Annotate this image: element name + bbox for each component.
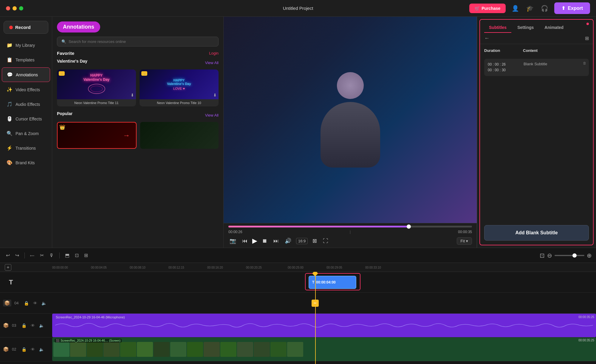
tracks-container: T T 00:00:04:00 📦 04 🔒 bbox=[0, 272, 596, 364]
download-icon-1[interactable]: ⬇ bbox=[131, 93, 134, 97]
main-area: Record 📁 My Library 📋 Templates 💬 Annota… bbox=[0, 17, 596, 248]
screenshot-btn[interactable]: 📷 bbox=[228, 236, 237, 245]
video-thumb-13 bbox=[254, 342, 270, 357]
sidebar-item-my-library[interactable]: 📁 My Library bbox=[2, 38, 50, 52]
export-button[interactable]: ⬆ Export bbox=[554, 2, 590, 14]
ruler-mark-0: 00:00:00:00 bbox=[52, 266, 68, 269]
popular-view-all[interactable]: View All bbox=[205, 113, 219, 117]
skip-fwd-btn[interactable]: ⏭ bbox=[272, 237, 280, 245]
video-thumb-6 bbox=[137, 342, 153, 357]
timeline-ruler: + 00:00:00:00 00:00:04:05 00:00:08:10 00… bbox=[0, 263, 596, 272]
popular-card-1[interactable]: 👑 → bbox=[57, 122, 137, 149]
sidebar-item-audio-effects[interactable]: 🎵 Audio Effects bbox=[2, 97, 50, 111]
crop-btn[interactable]: ⛶ bbox=[322, 237, 329, 245]
track-02-lock[interactable]: 🔒 bbox=[21, 346, 27, 352]
text-track: T T 00:00:04:00 bbox=[0, 272, 596, 293]
annotations-panel: Annotations 🔍 Favorite Login Valentine's… bbox=[52, 17, 224, 248]
tab-subtitles[interactable]: Subtitles bbox=[484, 23, 511, 33]
zoom-in-btn[interactable]: ⊕ bbox=[587, 252, 592, 259]
split-btn[interactable]: ⟝ bbox=[28, 252, 36, 259]
maximize-window-btn[interactable] bbox=[19, 6, 23, 10]
zoom-fit-btn[interactable]: ⊡ bbox=[540, 252, 545, 259]
track-03-end-time: 00:00:35:25 bbox=[578, 315, 594, 319]
search-icon: 🔍 bbox=[61, 39, 66, 44]
ruler-mark-5: 00:00:20:25 bbox=[246, 266, 262, 269]
track-03-mute[interactable]: 🔈 bbox=[38, 323, 45, 329]
track-02-visible[interactable]: 👁 bbox=[30, 346, 35, 352]
track-02-mute[interactable]: 🔈 bbox=[38, 346, 45, 352]
back-button[interactable]: ← bbox=[484, 35, 490, 41]
mic-btn[interactable]: 🎙 bbox=[47, 252, 56, 259]
sidebar-item-pan-zoom[interactable]: 🔍 Pan & Zoom bbox=[2, 126, 50, 140]
cut-tool[interactable]: ✂ bbox=[312, 300, 319, 307]
popular-card-2[interactable] bbox=[140, 122, 219, 149]
zoom-out-btn[interactable]: ⊖ bbox=[547, 252, 552, 259]
track-02-content: ⬛ ScreenRec_2024-10-29 16-04-46.... (Scr… bbox=[52, 337, 596, 361]
help-icon[interactable]: 🎧 bbox=[540, 4, 549, 13]
volume-btn[interactable]: 🔊 bbox=[284, 236, 292, 245]
progress-bar[interactable] bbox=[228, 226, 472, 227]
progress-fill bbox=[228, 226, 409, 227]
track-02: 📦 02 🔒 👁 🔈 bbox=[0, 337, 596, 361]
insert-media-btn[interactable]: ⬒ bbox=[63, 251, 71, 259]
track-03-lock[interactable]: 🔒 bbox=[21, 323, 27, 329]
track-03-visible[interactable]: 👁 bbox=[30, 323, 35, 329]
sidebar-item-cursor-effects[interactable]: 🖱️ Cursor Effects bbox=[2, 112, 50, 126]
sidebar-item-transitions[interactable]: ⚡ Transitions bbox=[2, 141, 50, 155]
add-track-btn[interactable]: + bbox=[5, 264, 11, 271]
login-link[interactable]: Login bbox=[209, 51, 219, 55]
progress-thumb[interactable] bbox=[407, 224, 411, 229]
card-neon-valentine-11[interactable]: 👑 HAPPYValentine's Day ⬇ Neon Valentine … bbox=[57, 69, 136, 106]
fit-dropdown[interactable]: Fit ▾ bbox=[457, 237, 472, 245]
subtitles-btn[interactable]: ⊠ bbox=[311, 236, 318, 245]
undo-btn[interactable]: ↩ bbox=[4, 251, 12, 259]
download-icon-2[interactable]: ⬇ bbox=[213, 93, 217, 97]
arrange-btn[interactable]: ⊞ bbox=[82, 251, 90, 259]
cut-btn[interactable]: ✂ bbox=[38, 251, 46, 259]
sidebar-item-video-effects[interactable]: ✨ Video Effects bbox=[2, 83, 50, 97]
video-track-label: ⬛ ScreenRec_2024-10-29 16-04-46.... (Scr… bbox=[55, 339, 122, 343]
sidebar-item-annotations[interactable]: 💬 Annotations bbox=[2, 67, 50, 82]
ruler-mark-1: 00:00:04:05 bbox=[91, 266, 107, 269]
add-blank-subtitle-button[interactable]: Add Blank Subtitle bbox=[484, 225, 589, 241]
track-03-icon: 📦 bbox=[3, 323, 9, 328]
search-bar[interactable]: 🔍 bbox=[57, 37, 219, 47]
search-input[interactable] bbox=[69, 39, 214, 44]
stop-btn[interactable]: ⏹ bbox=[261, 237, 269, 245]
track-03-content: ScreenRec_2024-10-29 16-04-46 (Microphon… bbox=[52, 314, 596, 337]
zoom-controls: ⊡ ⊖ ⊕ bbox=[540, 252, 592, 259]
track-04-visible[interactable]: 👁 bbox=[32, 300, 38, 306]
grid-view-btn[interactable]: ⊞ bbox=[585, 35, 589, 41]
tab-animated[interactable]: Animated bbox=[540, 23, 568, 33]
sidebar-item-templates[interactable]: 📋 Templates bbox=[2, 53, 50, 67]
track-04-audio[interactable]: 🔈 bbox=[41, 300, 47, 306]
redo-btn[interactable]: ↪ bbox=[13, 251, 21, 259]
text-track-content: T 00:00:04:00 bbox=[52, 272, 596, 292]
track-03: 📦 03 🔒 👁 🔈 ScreenRec_2024-10-29 16-04-46… bbox=[0, 314, 596, 337]
video-thumb-10 bbox=[204, 342, 220, 357]
speed-btn[interactable]: 16:9 bbox=[296, 238, 308, 244]
sidebar-item-brand-kits[interactable]: 🎨 Brand Kits bbox=[2, 156, 50, 170]
subtitle-clip[interactable]: T 00:00:04:00 bbox=[309, 276, 356, 289]
play-btn[interactable]: ▶ bbox=[252, 237, 257, 245]
academy-icon[interactable]: 🎓 bbox=[525, 4, 535, 13]
subtitle-content-text[interactable]: Blank Subtitle bbox=[524, 62, 585, 66]
valentines-view-all[interactable]: View All bbox=[205, 61, 219, 65]
zoom-thumb[interactable] bbox=[572, 253, 577, 258]
overlay-btn[interactable]: ⊡ bbox=[73, 251, 81, 259]
ruler-marks: 00:00:00:00 00:00:04:05 00:00:08:10 00:0… bbox=[52, 263, 596, 272]
account-icon[interactable]: 👤 bbox=[510, 4, 520, 13]
skip-back-btn[interactable]: ⏮ bbox=[241, 237, 249, 245]
tab-settings[interactable]: Settings bbox=[513, 23, 538, 33]
close-window-btn[interactable] bbox=[6, 6, 10, 10]
minimize-window-btn[interactable] bbox=[13, 6, 17, 10]
video-thumb-8 bbox=[170, 342, 186, 357]
track-04-lock[interactable]: 🔒 bbox=[23, 300, 30, 306]
sidebar: Record 📁 My Library 📋 Templates 💬 Annota… bbox=[0, 17, 52, 248]
card-neon-valentine-10[interactable]: 👑 HAPPYValentine's Day LOVE ♥ ⬇ Neon Val… bbox=[140, 69, 219, 106]
record-button[interactable]: Record bbox=[4, 21, 48, 34]
purchase-button[interactable]: 🛒 Purchase bbox=[469, 4, 506, 13]
delete-row-btn[interactable]: 🗑 bbox=[583, 61, 586, 65]
zoom-slider[interactable] bbox=[555, 255, 584, 256]
svg-point-1 bbox=[91, 86, 103, 92]
